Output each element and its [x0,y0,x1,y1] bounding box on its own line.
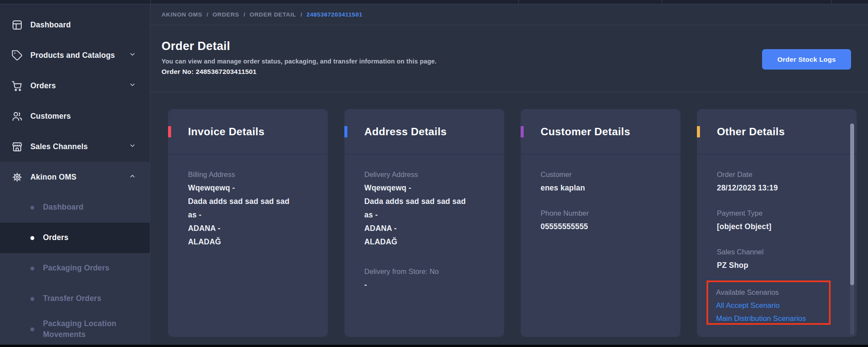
other-details-card: Other Details Order Date 28/12/2023 13:1… [697,109,857,337]
chevron-up-icon [129,173,136,181]
bullet-dot-icon [30,327,34,331]
all-accept-scenario-link[interactable]: All Accept Scenario [716,299,829,312]
strip-divider [518,0,519,4]
sidebar-item-orders[interactable]: Orders [0,70,150,101]
field-value: enes kaplan [541,181,669,195]
card-title: Customer Details [541,126,630,138]
field-value: ADANA - [364,222,493,235]
field-value: Wqewqewq - [188,181,317,195]
field-value: PZ Shop [717,259,845,272]
tag-icon [11,50,23,61]
field-label: Delivery Address [364,168,493,181]
sidebar-item-sales-channels[interactable]: Sales Channels [0,131,150,162]
field-label: Sales Channel [717,245,845,259]
order-number: Order No: 2485367203411501 [162,68,868,76]
chevron-down-icon [129,81,136,90]
field-value: [object Object] [717,220,845,234]
invoice-details-card: Invoice Details Billing Address Wqewqewq… [168,109,328,337]
accent-bar [697,126,700,137]
sidebar-subitem-label: Orders [43,232,69,243]
field-value: ALADAĞ [364,235,493,249]
chevron-down-icon [129,142,136,151]
accent-bar [168,126,171,137]
sidebar-item-products-and-catalogs[interactable]: Products and Catalogs [0,40,150,70]
breadcrumb-separator: / [300,11,302,18]
bottom-strip [0,345,868,347]
sidebar-item-label: Customers [30,112,71,121]
breadcrumb: AKINON OMS / ORDERS / ORDER DETAIL / 248… [150,4,868,25]
sidebar-subitem-dashboard[interactable]: Dashboard [0,192,150,223]
field-value: - [364,278,493,292]
field-value: ALADAĞ [188,235,317,249]
sidebar-subitem-packaging-location-movements[interactable]: Packaging Location Movements [0,314,150,344]
sidebar-subitem-label: Dashboard [43,202,83,213]
top-strip [0,0,868,4]
breadcrumb-current[interactable]: 2485367203411501 [307,11,363,18]
customer-group: Customer enes kaplan [541,168,669,195]
sidebar-item-dashboard[interactable]: Dashboard [0,10,150,40]
billing-address-group: Billing Address Wqewqewq - Dada adds sad… [188,168,317,249]
field-value: ADANA - [188,222,317,235]
bullet-dot-icon [30,236,34,240]
sidebar-subitem-label: Transfer Orders [43,293,101,304]
main-content: AKINON OMS / ORDERS / ORDER DETAIL / 248… [150,4,868,345]
sidebar-item-label: Dashboard [30,20,71,30]
card-title: Other Details [717,126,785,138]
users-icon [11,110,23,122]
field-label: Delivery from Store: No [364,265,493,278]
sidebar-section-akinon-oms: Akinon OMS Dashboard Orders Packaging Or… [0,162,150,344]
sales-channel-group: Sales Channel PZ Shop [717,245,845,272]
card-header: Address Details [344,109,504,154]
field-label: Customer [541,168,669,181]
card-body: Order Date 28/12/2023 13:19 Payment Type… [697,154,857,272]
sidebar-subitem-label: Packaging Location Movements [43,318,123,340]
strip-divider [831,0,832,4]
card-body: Billing Address Wqewqewq - Dada adds sad… [168,154,328,249]
field-value: Wqewqewq - [364,181,493,195]
bullet-dot-icon [30,206,34,210]
field-label: Payment Type [717,207,845,220]
card-title: Address Details [364,126,447,138]
main-distribution-scenarios-link[interactable]: Main Distribution Scenarios [716,312,829,325]
cart-icon [11,80,23,92]
strip-divider [150,0,151,4]
field-value: Dada adds sad sad sad sad [364,195,493,208]
address-details-card: Address Details Delivery Address Wqewqew… [344,109,504,337]
sidebar-subitem-packaging-orders[interactable]: Packaging Orders [0,253,150,284]
bullet-dot-icon [30,297,34,301]
card-header: Customer Details [521,109,680,154]
sidebar-subitem-transfer-orders[interactable]: Transfer Orders [0,284,150,314]
card-title: Invoice Details [188,126,264,138]
sidebar-item-customers[interactable]: Customers [0,101,150,131]
field-value: 05555555555 [541,220,669,234]
sidebar-subitem-orders[interactable]: Orders [0,223,150,253]
breadcrumb-item[interactable]: AKINON OMS [162,11,202,18]
strip-divider [662,0,662,4]
field-value: 28/12/2023 13:19 [717,181,845,195]
card-body: Delivery Address Wqewqewq - Dada adds sa… [344,154,504,292]
gear-icon [11,171,23,183]
detail-cards: Invoice Details Billing Address Wqewqewq… [168,109,868,337]
field-label: Billing Address [188,168,317,181]
breadcrumb-item[interactable]: ORDER DETAIL [250,11,296,18]
sidebar-subitem-label: Packaging Orders [43,263,109,274]
sidebar-item-label: Akinon OMS [30,173,76,182]
delivery-address-group: Delivery Address Wqewqewq - Dada adds sa… [364,168,493,249]
sidebar: Dashboard Products and Catalogs Orders [0,4,150,345]
breadcrumb-separator: / [244,11,245,18]
sidebar-item-akinon-oms[interactable]: Akinon OMS [0,162,150,192]
chevron-down-icon [129,51,136,60]
order-date-group: Order Date 28/12/2023 13:19 [717,168,845,195]
phone-number-group: Phone Number 05555555555 [541,207,669,234]
breadcrumb-item[interactable]: ORDERS [213,11,239,18]
card-scrollbar-thumb[interactable] [850,123,854,285]
field-value: Dada adds sad sad sad sad [188,195,317,208]
available-scenarios-highlight-box: Available Scenarios All Accept Scenario … [706,280,831,325]
breadcrumb-separator: / [207,11,208,18]
sidebar-item-label: Orders [30,81,56,90]
order-detail-page: Dashboard Products and Catalogs Orders [0,0,868,347]
field-label: Available Scenarios [716,286,829,299]
order-stock-logs-button[interactable]: Order Stock Logs [762,49,851,70]
card-header: Other Details [697,109,857,154]
sidebar-item-label: Products and Catalogs [30,51,115,60]
